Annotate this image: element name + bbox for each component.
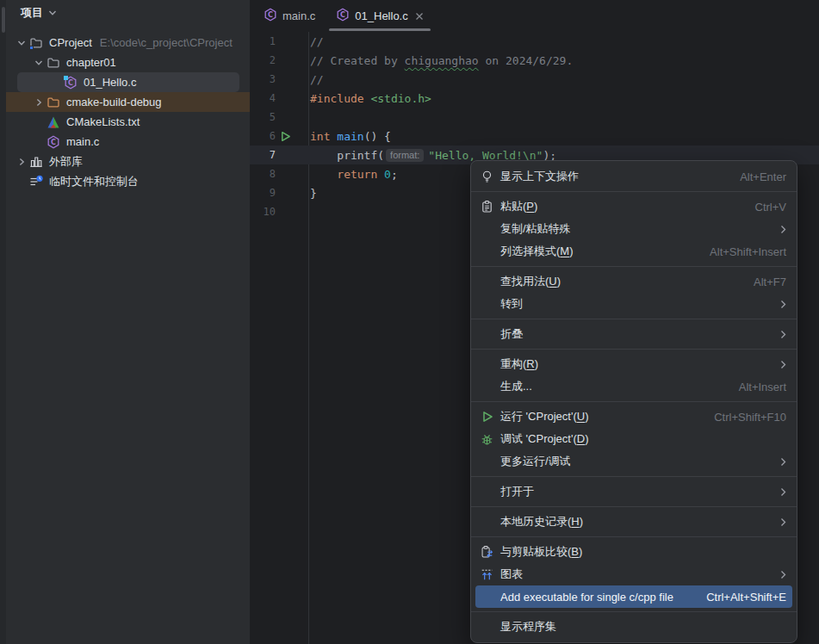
svg-text:C: C bbox=[68, 79, 73, 87]
run-icon bbox=[480, 410, 494, 424]
menu-item-compare-with-clipboard[interactable]: 与剪贴板比较(B) bbox=[471, 541, 797, 563]
submenu-arrow-icon bbox=[780, 360, 786, 369]
tree-item-chapter01[interactable]: chapter01 bbox=[0, 53, 250, 72]
cmake-file-icon bbox=[47, 115, 61, 129]
chevron-down-icon[interactable] bbox=[48, 9, 57, 17]
menu-item-refactor[interactable]: 重构(R) bbox=[471, 353, 797, 375]
tab-01-hello-c[interactable]: C 01_Hello.c bbox=[326, 0, 433, 32]
lightbulb-icon bbox=[480, 170, 494, 184]
menu-item-local-history[interactable]: 本地历史记录(H) bbox=[471, 511, 797, 533]
code-line[interactable]: 2 // Created by chiguanghao on 2024/6/29… bbox=[250, 51, 819, 70]
menu-item-show-assembly[interactable]: 显示程序集 bbox=[471, 616, 797, 638]
tree-item-label: 临时文件和控制台 bbox=[49, 174, 139, 189]
diagram-icon bbox=[480, 567, 494, 582]
menu-item-go-to[interactable]: 转到 bbox=[471, 293, 797, 315]
line-number: 7 bbox=[250, 149, 276, 161]
submenu-arrow-icon bbox=[780, 517, 786, 527]
tree-item-label: CMakeLists.txt bbox=[66, 115, 140, 128]
submenu-arrow-icon bbox=[780, 330, 786, 339]
code-line[interactable]: 3 // bbox=[250, 70, 819, 89]
shortcut-label: Alt+Insert bbox=[739, 381, 786, 393]
menu-item-copy-paste-special[interactable]: 复制/粘贴特殊 bbox=[471, 218, 797, 240]
menu-item-paste[interactable]: 粘贴(P) Ctrl+V bbox=[471, 195, 797, 218]
run-gutter-icon[interactable] bbox=[276, 131, 301, 142]
submenu-arrow-icon bbox=[780, 225, 786, 234]
tree-item-label: 外部库 bbox=[49, 154, 83, 170]
code-line[interactable]: 5 bbox=[250, 108, 819, 127]
shortcut-label: Ctrl+Alt+Shift+E bbox=[706, 591, 786, 604]
shortcut-label: Alt+Shift+Insert bbox=[710, 245, 786, 258]
tree-item-cmakelists[interactable]: CMakeLists.txt bbox=[0, 112, 250, 132]
submenu-arrow-icon bbox=[780, 457, 786, 467]
tree-item-cmake-build-debug[interactable]: cmake-build-debug bbox=[0, 92, 250, 112]
chevron-down-icon[interactable] bbox=[31, 59, 47, 67]
code-line[interactable]: 6 int main() { bbox=[250, 127, 819, 146]
shortcut-label: Alt+F7 bbox=[754, 276, 786, 288]
line-number: 6 bbox=[250, 130, 276, 142]
c-file-icon: C bbox=[336, 8, 350, 24]
tab-label: 01_Hello.c bbox=[355, 9, 407, 22]
shortcut-label: Ctrl+Shift+F10 bbox=[714, 411, 786, 424]
line-number: 2 bbox=[250, 54, 276, 66]
chevron-right-icon[interactable] bbox=[31, 98, 47, 107]
menu-item-diagrams[interactable]: 图表 bbox=[471, 563, 797, 585]
folder-icon bbox=[47, 56, 61, 70]
project-folder-icon bbox=[29, 36, 44, 50]
tree-item-external-libraries[interactable]: 外部库 bbox=[0, 152, 250, 171]
menu-item-folding[interactable]: 折叠 bbox=[471, 323, 797, 345]
project-tree: CProject E:\code\c_project\CProject chap… bbox=[0, 26, 250, 191]
tree-item-label: cmake-build-debug bbox=[66, 96, 162, 108]
menu-separator bbox=[471, 401, 797, 402]
line-number: 3 bbox=[250, 73, 276, 85]
menu-separator bbox=[471, 476, 797, 477]
ide-window: 项目 CProject E:\code\c_project\CProject bbox=[0, 0, 819, 644]
tool-window-stripe-handle[interactable] bbox=[2, 7, 5, 33]
tree-item-cproject[interactable]: CProject E:\code\c_project\CProject bbox=[0, 33, 250, 53]
tree-item-main-c[interactable]: C main.c bbox=[0, 132, 250, 152]
file-open-badge bbox=[64, 76, 68, 80]
line-number: 1 bbox=[250, 35, 276, 47]
tree-item-label: main.c bbox=[66, 135, 99, 148]
menu-item-show-context-actions[interactable]: 显示上下文操作 Alt+Enter bbox=[471, 165, 797, 188]
svg-text:C: C bbox=[340, 11, 345, 19]
tree-item-label: CProject bbox=[49, 36, 92, 49]
debug-bug-icon bbox=[480, 432, 494, 447]
menu-item-add-executable-single-file[interactable]: Add executable for single c/cpp file Ctr… bbox=[475, 585, 792, 608]
project-panel: 项目 CProject E:\code\c_project\CProject bbox=[0, 0, 250, 644]
project-panel-title: 项目 bbox=[21, 5, 43, 21]
excluded-folder-icon bbox=[47, 96, 61, 109]
close-icon[interactable] bbox=[415, 12, 424, 21]
editor-tab-bar: C main.c C 01_Hello.c bbox=[250, 0, 819, 32]
submenu-arrow-icon bbox=[780, 487, 786, 497]
menu-item-run-cproject[interactable]: 运行 'CProject'(U) Ctrl+Shift+F10 bbox=[471, 406, 797, 428]
tree-item-01-hello-c[interactable]: C 01_Hello.c bbox=[0, 72, 250, 92]
tree-item-label: 01_Hello.c bbox=[84, 76, 136, 89]
tree-item-label: chapter01 bbox=[66, 56, 116, 69]
chevron-right-icon[interactable] bbox=[14, 158, 29, 166]
tree-item-scratches[interactable]: 临时文件和控制台 bbox=[0, 171, 250, 191]
chevron-down-icon[interactable] bbox=[14, 39, 29, 47]
tool-window-stripe bbox=[0, 0, 6, 644]
tab-main-c[interactable]: C main.c bbox=[253, 0, 326, 32]
menu-separator bbox=[471, 191, 797, 192]
menu-item-column-selection-mode[interactable]: 列选择模式(M) Alt+Shift+Insert bbox=[471, 240, 797, 263]
project-panel-header[interactable]: 项目 bbox=[0, 0, 250, 26]
menu-separator bbox=[471, 349, 797, 350]
menu-separator bbox=[471, 536, 797, 537]
code-line[interactable]: 1 // bbox=[250, 32, 819, 51]
menu-separator bbox=[471, 319, 797, 319]
svg-text:C: C bbox=[268, 11, 273, 19]
line-number: 8 bbox=[250, 168, 276, 180]
code-line[interactable]: 4 #include <stdio.h> bbox=[250, 89, 819, 108]
menu-item-generate[interactable]: 生成... Alt+Insert bbox=[471, 375, 797, 398]
menu-item-find-usages[interactable]: 查找用法(U) Alt+F7 bbox=[471, 270, 797, 293]
menu-item-debug-cproject[interactable]: 调试 'CProject'(D) bbox=[471, 428, 797, 450]
paste-icon bbox=[480, 200, 494, 214]
tree-item-path: E:\code\c_project\CProject bbox=[100, 36, 233, 49]
line-number: 4 bbox=[250, 92, 276, 104]
submenu-arrow-icon bbox=[780, 300, 786, 309]
menu-item-more-run-debug[interactable]: 更多运行/调试 bbox=[471, 450, 797, 473]
menu-item-open-in[interactable]: 打开于 bbox=[471, 480, 797, 503]
context-menu: 显示上下文操作 Alt+Enter 粘贴(P) Ctrl+V 复制/粘贴特殊 列… bbox=[470, 160, 797, 643]
shortcut-label: Ctrl+V bbox=[755, 201, 786, 214]
